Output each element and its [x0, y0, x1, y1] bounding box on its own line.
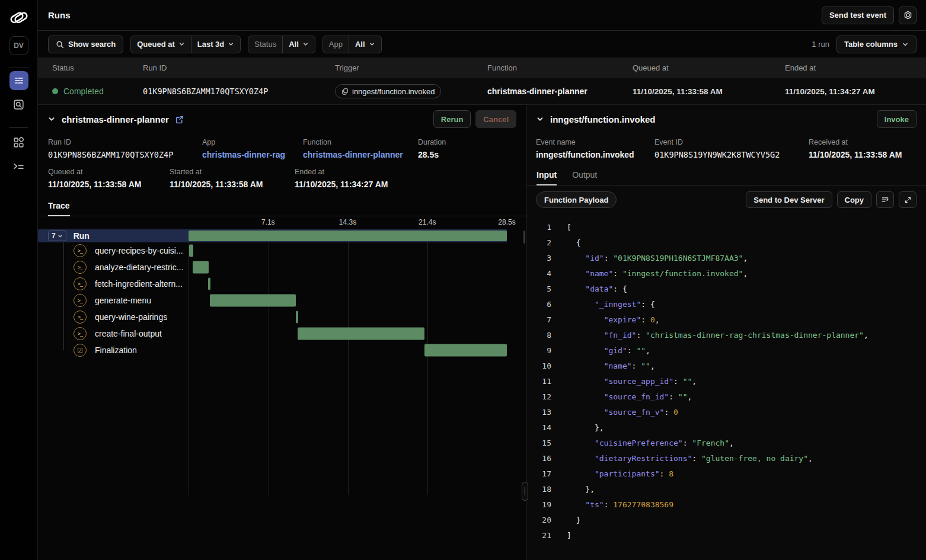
function-link[interactable]: christmas-dinner-planner	[303, 150, 418, 159]
step-terminal-icon: >_	[74, 294, 87, 307]
event-id-field: Event ID 01K9PN8S19YN9WK2K8TWCYV5G2	[654, 138, 809, 159]
trigger-cell: inngest/function.invoked	[335, 84, 487, 98]
code-line: 10 "name": "",	[536, 359, 926, 374]
event-copy-icon	[341, 88, 349, 95]
root-span-bar[interactable]	[189, 231, 507, 241]
code-line: 12 "source_fn_id": "",	[536, 389, 926, 405]
left-rail: DV	[0, 0, 38, 560]
sidebar-item-event-search[interactable]	[9, 95, 28, 114]
run-panel-header: christmas-dinner-planner Rerun Cancel	[38, 105, 526, 133]
timeline-ticks: 7.1s14.3s21.4s28.5s	[189, 216, 507, 229]
span-bar[interactable]	[298, 328, 424, 340]
expand-button[interactable]	[899, 191, 917, 208]
line-number: 10	[536, 359, 551, 374]
line-number: 5	[536, 281, 551, 297]
waterfall-scrollbar-thumb[interactable]	[523, 231, 525, 244]
span-bar[interactable]	[208, 278, 210, 290]
span-bar[interactable]	[193, 261, 209, 274]
page-title: Runs	[48, 10, 71, 20]
send-test-event-button[interactable]: Send test event	[822, 7, 894, 24]
trace-rows-container: 7 Run >_query-recipes-by-cuisi...>_analy…	[38, 229, 507, 359]
span-label: create-final-output	[95, 329, 162, 338]
invoke-button[interactable]: Invoke	[877, 110, 917, 128]
panel-resize-handle[interactable]	[522, 482, 528, 501]
received-at-field: Received at 11/10/2025, 11:33:58 AM	[809, 138, 926, 159]
ended-at-field: Ended at 11/10/2025, 11:34:27 AM	[295, 168, 526, 189]
chevron-down-icon	[302, 41, 309, 47]
payload-toolbar: Function Payload Send to Dev Server Copy	[526, 185, 926, 214]
runs-table-header: Status Run ID Trigger Function Queued at…	[38, 57, 926, 78]
chevron-down-icon	[369, 41, 375, 47]
root-span-label: Run	[74, 231, 90, 241]
run-id-field: Run ID 01K9PN8S6BZAMM170QTSXY0Z4P	[48, 138, 202, 159]
trace-span-row[interactable]: >_generate-menu	[38, 292, 507, 309]
run-id-cell: 01K9PN8S6BZAMM170QTSXY0Z4P	[143, 87, 335, 96]
cancel-button[interactable]: Cancel	[475, 110, 516, 128]
trace-span-row[interactable]: >_analyze-dietary-restric...	[38, 259, 507, 276]
send-to-dev-server-button[interactable]: Send to Dev Server	[746, 191, 832, 208]
started-at-field: Started at 11/10/2025, 11:33:58 AM	[170, 168, 295, 189]
column-header-function: Function	[487, 63, 633, 72]
span-count-badge[interactable]: 7	[48, 231, 66, 241]
detail-panels: christmas-dinner-planner Rerun Cancel Ru…	[38, 105, 926, 560]
trace-span-row[interactable]: >_create-final-output	[38, 325, 507, 342]
inngest-logo-icon[interactable]	[9, 8, 29, 28]
collapse-chevron-icon[interactable]	[47, 115, 56, 123]
code-line: 19 "ts": 1762770838569	[536, 497, 926, 513]
function-cell: christmas-dinner-planner	[487, 87, 633, 96]
code-line: 1[	[536, 220, 926, 235]
timeline-tick-label: 14.3s	[339, 218, 356, 226]
table-columns-button[interactable]: Table columns	[836, 36, 917, 53]
step-terminal-icon: >_	[74, 244, 87, 257]
tab-input[interactable]: Input	[537, 170, 557, 185]
tab-output[interactable]: Output	[572, 170, 597, 185]
word-wrap-button[interactable]	[876, 191, 894, 208]
queued-at-cell: 11/10/2025, 11:33:58 AM	[633, 87, 785, 96]
trace-waterfall: 7.1s14.3s21.4s28.5s 7 Run	[38, 216, 526, 495]
span-bar[interactable]	[189, 245, 193, 257]
time-field-dropdown[interactable]: Queued at	[131, 36, 191, 53]
function-payload-chip[interactable]: Function Payload	[536, 191, 617, 208]
trigger-event-badge[interactable]: inngest/function.invoked	[335, 84, 441, 98]
trace-root-row[interactable]: 7 Run	[38, 229, 507, 242]
payload-code-editor[interactable]: 1[2 {3 "id": "01K9PN8S19PH16N6STJMF87AA3…	[526, 214, 926, 560]
line-number: 13	[536, 405, 551, 420]
run-status-cell: Completed	[52, 87, 143, 96]
app-link[interactable]: christmas-dinner-rag	[202, 150, 303, 159]
environment-badge[interactable]: DV	[9, 36, 28, 55]
external-link-icon[interactable]	[175, 115, 184, 124]
app-filter-dropdown[interactable]: All	[349, 36, 381, 53]
chevron-down-icon	[902, 41, 909, 48]
trace-span-row[interactable]: >_query-wine-pairings	[38, 309, 507, 325]
span-bar[interactable]	[210, 295, 296, 307]
table-row[interactable]: Completed 01K9PN8S6BZAMM170QTSXY0Z4P inn…	[38, 78, 926, 105]
code-line: 21]	[536, 528, 926, 543]
sidebar-item-apps[interactable]	[9, 133, 28, 152]
tab-trace[interactable]: Trace	[48, 201, 70, 216]
settings-button[interactable]	[899, 7, 917, 24]
trace-span-row[interactable]: >_fetch-ingredient-altern...	[38, 276, 507, 292]
line-number: 2	[536, 235, 551, 251]
sidebar-item-terminal[interactable]	[9, 156, 28, 175]
terminal-icon	[12, 160, 25, 172]
span-bar[interactable]	[296, 311, 298, 324]
rerun-button[interactable]: Rerun	[433, 110, 471, 128]
status-filter-dropdown[interactable]: All	[282, 36, 315, 53]
show-search-button[interactable]: Show search	[48, 36, 123, 53]
line-number: 11	[536, 374, 551, 389]
code-line: 18 },	[536, 482, 926, 497]
trace-span-row[interactable]: ☑Finalization	[38, 342, 507, 359]
sidebar-item-runs[interactable]	[9, 71, 28, 90]
column-header-queued-at: Queued at	[633, 63, 785, 72]
time-range-dropdown[interactable]: Last 3d	[191, 36, 241, 53]
column-header-status: Status	[52, 63, 143, 72]
code-line: 16 "dietaryRestrictions": "gluten-free, …	[536, 451, 926, 466]
event-panel-header: inngest/function.invoked Invoke	[526, 105, 926, 133]
collapse-chevron-icon[interactable]	[536, 115, 544, 123]
column-header-run-id: Run ID	[143, 63, 335, 72]
copy-button[interactable]: Copy	[837, 191, 872, 208]
run-meta-row-2: Queued at 11/10/2025, 11:33:58 AM Starte…	[38, 165, 526, 197]
event-tabbar: Input Output	[526, 167, 926, 185]
trace-span-row[interactable]: >_query-recipes-by-cuisi...	[38, 242, 507, 259]
span-bar[interactable]	[424, 344, 507, 357]
